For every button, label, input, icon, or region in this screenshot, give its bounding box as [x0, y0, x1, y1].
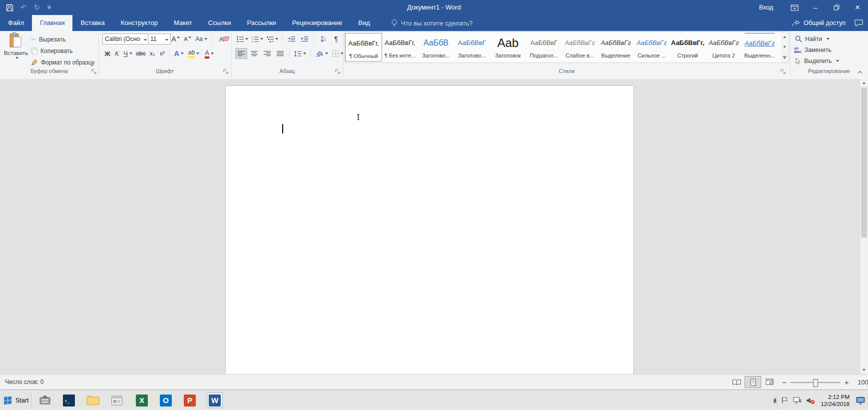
paste-button[interactable]: Вставить: [3, 32, 29, 59]
underline-button[interactable]: Ч: [121, 48, 134, 59]
print-layout-button[interactable]: [745, 376, 761, 388]
styles-gallery-more-button[interactable]: [781, 52, 789, 62]
styles-scroll-down-button[interactable]: [781, 42, 789, 52]
read-mode-button[interactable]: [728, 376, 745, 388]
taskbar-excel-icon[interactable]: X: [134, 392, 150, 408]
align-right-button[interactable]: [261, 48, 273, 59]
strikethrough-button[interactable]: abc: [134, 48, 147, 59]
shrink-font-button[interactable]: А: [182, 34, 193, 44]
bullets-button[interactable]: [235, 34, 249, 44]
tray-clock[interactable]: 2:12 PM 12/24/2018: [819, 394, 852, 408]
sort-button[interactable]: АЯ ↓: [317, 34, 330, 44]
style-intense-quote[interactable]: АаБбВвГгВыделенн...: [742, 33, 778, 60]
taskbar-server-manager-icon[interactable]: [37, 392, 53, 408]
tray-flag-icon[interactable]: [781, 396, 789, 404]
font-color-button[interactable]: А: [202, 48, 217, 59]
styles-dialog-launcher[interactable]: [781, 69, 787, 75]
cut-button[interactable]: ✂ Вырезать: [31, 34, 65, 45]
replace-button[interactable]: ab⇄ac Заменить: [794, 44, 832, 56]
tab-references[interactable]: Ссылки: [200, 15, 239, 31]
taskbar-word-icon[interactable]: W: [207, 392, 223, 408]
tab-home[interactable]: Главная: [32, 15, 72, 31]
tab-mailings[interactable]: Рассылки: [239, 15, 284, 31]
minimize-button[interactable]: –: [805, 0, 826, 15]
scroll-down-arrow[interactable]: [860, 366, 868, 374]
paragraph-dialog-launcher[interactable]: [335, 69, 341, 75]
style-subtle-emphasis[interactable]: АаБбВвГгСлабое в...: [562, 33, 598, 60]
taskbar-powerpoint-icon[interactable]: P: [182, 392, 198, 408]
align-left-button[interactable]: [235, 48, 247, 59]
tray-volume-muted-icon[interactable]: [806, 397, 814, 404]
show-hidden-icons-button[interactable]: ∧∧: [773, 398, 777, 402]
select-caret[interactable]: [836, 60, 839, 62]
clipboard-dialog-launcher[interactable]: [91, 69, 97, 75]
vertical-scrollbar[interactable]: [860, 79, 868, 374]
sign-in-button[interactable]: Вход: [748, 4, 784, 11]
taskbar-file-explorer-icon[interactable]: [85, 392, 101, 408]
font-name-combo[interactable]: Calibri (Основ: [102, 34, 149, 44]
taskbar-outlook-icon[interactable]: O: [158, 392, 174, 408]
scrollbar-thumb[interactable]: [861, 88, 867, 238]
style-title[interactable]: АabЗаголовок: [490, 33, 526, 60]
document-page[interactable]: I: [226, 86, 633, 374]
font-dialog-launcher[interactable]: [223, 69, 229, 75]
zoom-percentage[interactable]: 100%: [853, 379, 868, 386]
style-intense-emphasis[interactable]: АаБбВвГгСильное ...: [634, 33, 670, 60]
tab-insert[interactable]: Вставка: [72, 15, 112, 31]
web-layout-button[interactable]: [761, 376, 778, 388]
zoom-slider-thumb[interactable]: [813, 379, 818, 387]
superscript-button[interactable]: x²: [157, 48, 167, 59]
restore-button[interactable]: [826, 0, 847, 15]
align-center-button[interactable]: [248, 48, 260, 59]
zoom-in-button[interactable]: +: [845, 378, 849, 386]
numbering-button[interactable]: 123: [250, 34, 264, 44]
format-painter-button[interactable]: Формат по образцу: [31, 57, 95, 68]
increase-indent-button[interactable]: [299, 34, 311, 44]
font-size-combo[interactable]: 11: [148, 34, 171, 44]
style-no-spacing[interactable]: АаБбВвГг,¶ Без инте...: [382, 33, 418, 60]
comments-icon[interactable]: [855, 20, 863, 26]
decrease-indent-button[interactable]: [286, 34, 298, 44]
style-emphasis[interactable]: АаБбВвГгВыделение: [598, 33, 634, 60]
style-subtitle[interactable]: АаБбВвГПодзагол...: [526, 33, 562, 60]
shading-button[interactable]: [314, 48, 329, 59]
find-button[interactable]: Найти: [795, 34, 830, 44]
tab-view[interactable]: Вид: [350, 15, 378, 31]
tab-review[interactable]: Рецензирование: [284, 15, 350, 31]
tray-monitor-icon[interactable]: [856, 396, 865, 404]
font-name-caret[interactable]: [144, 39, 147, 41]
line-spacing-button[interactable]: [293, 48, 308, 59]
tab-design[interactable]: Конструктор: [113, 15, 166, 31]
start-button[interactable]: Start: [0, 390, 31, 410]
styles-scroll-up-button[interactable]: [781, 32, 789, 42]
tab-layout[interactable]: Макет: [166, 15, 200, 31]
word-count[interactable]: Число слов: 0: [5, 374, 43, 390]
bold-button[interactable]: Ж: [102, 48, 112, 59]
subscript-button[interactable]: x₂: [147, 48, 157, 59]
copy-button[interactable]: Копировать: [31, 46, 73, 56]
italic-button[interactable]: К: [112, 48, 121, 59]
show-marks-button[interactable]: ¶: [331, 34, 341, 44]
style-strong[interactable]: АаБбВвГг,Строгий: [670, 33, 706, 60]
collapse-ribbon-button[interactable]: [857, 70, 863, 74]
multilevel-list-button[interactable]: [265, 34, 279, 44]
share-button[interactable]: Общий доступ: [792, 20, 846, 26]
tray-network-icon[interactable]: [793, 396, 802, 404]
paste-dropdown-caret[interactable]: [15, 57, 18, 59]
ribbon-display-options-button[interactable]: [784, 0, 805, 15]
tab-file[interactable]: Файл: [0, 15, 32, 31]
font-size-caret[interactable]: [165, 39, 168, 41]
zoom-out-button[interactable]: −: [782, 378, 787, 386]
zoom-slider[interactable]: [791, 382, 841, 383]
style-heading2[interactable]: АаБбВвГЗаголово...: [454, 33, 490, 60]
justify-button[interactable]: [274, 48, 286, 59]
tell-me-box[interactable]: Что вы хотите сделать?: [391, 15, 473, 31]
close-button[interactable]: ×: [847, 0, 868, 15]
select-button[interactable]: Выделить: [795, 56, 839, 66]
style-normal[interactable]: АаБбВвГг,¶ Обычный: [345, 33, 382, 62]
style-quote2[interactable]: АаБбВвГгЦитата 2: [706, 33, 742, 60]
change-case-button[interactable]: Aa: [194, 34, 209, 44]
clear-formatting-button[interactable]: А: [215, 34, 227, 44]
style-heading1[interactable]: АаБбВЗаголово...: [418, 33, 454, 60]
text-effects-button[interactable]: А: [172, 48, 186, 59]
